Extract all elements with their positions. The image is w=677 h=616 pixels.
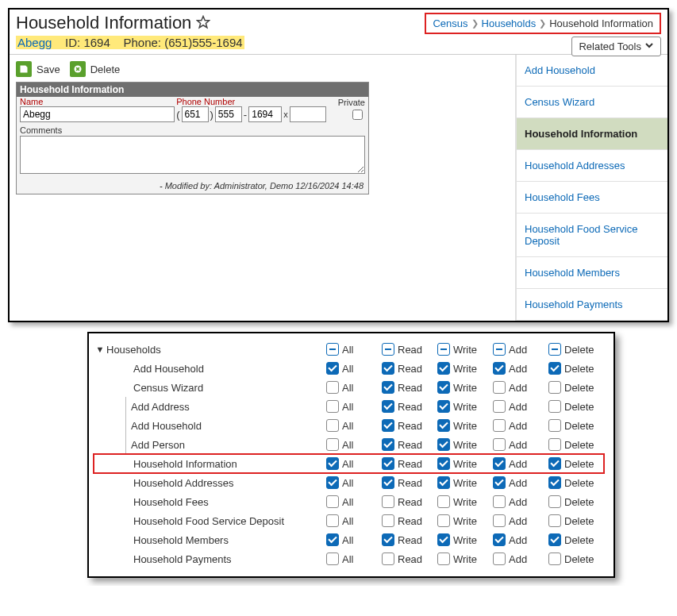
permission-checkbox[interactable] bbox=[548, 343, 561, 356]
permission-label: Households bbox=[106, 344, 161, 356]
permission-label: Add Person bbox=[131, 439, 185, 451]
permission-checkbox[interactable] bbox=[493, 438, 506, 451]
permission-checkbox[interactable] bbox=[493, 476, 506, 489]
household-info-panel: Household Information Census ❯ Household… bbox=[8, 8, 669, 322]
nav-item[interactable]: Add Household bbox=[517, 55, 667, 87]
permission-checkbox[interactable] bbox=[437, 400, 450, 413]
permission-checkbox[interactable] bbox=[382, 343, 394, 356]
permission-checkbox[interactable] bbox=[382, 476, 394, 489]
permission-checkbox[interactable] bbox=[326, 343, 339, 356]
phone-prefix-input[interactable] bbox=[215, 106, 242, 122]
favorite-star-icon[interactable] bbox=[196, 15, 210, 32]
permission-checkbox[interactable] bbox=[493, 343, 506, 356]
permission-checkbox[interactable] bbox=[326, 419, 339, 432]
permission-checkbox[interactable] bbox=[437, 457, 450, 470]
permission-cell: Delete bbox=[548, 419, 604, 432]
nav-item[interactable]: Household Information bbox=[517, 118, 667, 150]
permission-checkbox[interactable] bbox=[437, 495, 450, 508]
breadcrumb-link[interactable]: Census bbox=[433, 17, 467, 29]
permission-checkbox[interactable] bbox=[493, 495, 506, 508]
nav-item[interactable]: Household Addresses bbox=[517, 150, 667, 182]
permission-checkbox[interactable] bbox=[437, 533, 450, 546]
permission-checkbox[interactable] bbox=[548, 362, 561, 375]
permission-cell: Delete bbox=[548, 533, 604, 546]
permission-checkbox[interactable] bbox=[382, 533, 394, 546]
nav-item[interactable]: Household Payments bbox=[517, 289, 667, 321]
permission-checkbox[interactable] bbox=[437, 381, 450, 394]
permission-checkbox[interactable] bbox=[548, 457, 561, 470]
permission-row: Add HouseholdAllReadWriteAddDelete bbox=[94, 416, 604, 435]
permission-checkbox[interactable] bbox=[548, 438, 561, 451]
nav-item[interactable]: Household Fees bbox=[517, 182, 667, 214]
permission-cell: Write bbox=[437, 381, 493, 394]
permission-checkbox[interactable] bbox=[548, 476, 561, 489]
permission-checkbox[interactable] bbox=[326, 514, 339, 527]
permission-checkbox[interactable] bbox=[493, 533, 506, 546]
permission-cell: Add bbox=[493, 457, 548, 470]
permission-checkbox[interactable] bbox=[548, 552, 561, 565]
permission-checkbox[interactable] bbox=[493, 514, 506, 527]
permission-row: Household InformationAllReadWriteAddDele… bbox=[94, 454, 604, 473]
permission-checkbox[interactable] bbox=[548, 533, 561, 546]
permission-checkbox[interactable] bbox=[548, 419, 561, 432]
permission-checkbox[interactable] bbox=[548, 381, 561, 394]
permission-checkbox[interactable] bbox=[326, 495, 339, 508]
permission-label: Household Payments bbox=[133, 553, 232, 565]
permission-checkbox[interactable] bbox=[493, 419, 506, 432]
permission-checkbox[interactable] bbox=[382, 381, 394, 394]
permission-checkbox[interactable] bbox=[493, 400, 506, 413]
permission-checkbox[interactable] bbox=[326, 438, 339, 451]
permission-cell: Delete bbox=[548, 381, 604, 394]
breadcrumb-link[interactable]: Households bbox=[482, 17, 537, 29]
permission-checkbox[interactable] bbox=[493, 552, 506, 565]
permission-checkbox[interactable] bbox=[382, 457, 394, 470]
permission-checkbox[interactable] bbox=[326, 552, 339, 565]
permission-checkbox[interactable] bbox=[493, 362, 506, 375]
permission-cell: All bbox=[326, 457, 382, 470]
permission-checkbox[interactable] bbox=[382, 438, 394, 451]
related-tools-button[interactable]: Related Tools bbox=[571, 37, 661, 56]
permission-checkbox[interactable] bbox=[437, 514, 450, 527]
phone-area-input[interactable] bbox=[182, 106, 209, 122]
permission-checkbox[interactable] bbox=[382, 495, 394, 508]
permission-checkbox[interactable] bbox=[326, 400, 339, 413]
private-checkbox[interactable] bbox=[352, 110, 363, 120]
permission-checkbox[interactable] bbox=[382, 514, 394, 527]
permission-checkbox[interactable] bbox=[548, 495, 561, 508]
permission-checkbox[interactable] bbox=[326, 381, 339, 394]
permission-checkbox[interactable] bbox=[493, 457, 506, 470]
permission-checkbox[interactable] bbox=[437, 343, 450, 356]
permission-checkbox[interactable] bbox=[382, 419, 394, 432]
permission-cell: Delete bbox=[548, 438, 604, 451]
phone-line-input[interactable] bbox=[248, 106, 282, 122]
nav-item[interactable]: Household Members bbox=[517, 257, 667, 289]
permission-checkbox[interactable] bbox=[382, 400, 394, 413]
permission-checkbox[interactable] bbox=[437, 552, 450, 565]
side-nav: Add HouseholdCensus WizardHousehold Info… bbox=[515, 55, 667, 321]
permission-checkbox[interactable] bbox=[382, 552, 394, 565]
permission-checkbox[interactable] bbox=[326, 476, 339, 489]
permission-checkbox[interactable] bbox=[437, 476, 450, 489]
name-input[interactable] bbox=[20, 106, 175, 122]
permission-label: Add Address bbox=[131, 401, 190, 413]
permission-checkbox[interactable] bbox=[326, 457, 339, 470]
phone-ext-input[interactable] bbox=[290, 106, 326, 122]
nav-item[interactable]: Household Food Service Deposit bbox=[517, 214, 667, 257]
permission-checkbox[interactable] bbox=[326, 362, 339, 375]
permission-checkbox[interactable] bbox=[437, 438, 450, 451]
permissions-panel: ▼HouseholdsAllReadWriteAddDeleteAdd Hous… bbox=[87, 332, 615, 578]
permission-checkbox[interactable] bbox=[326, 533, 339, 546]
permission-checkbox[interactable] bbox=[437, 362, 450, 375]
permission-checkbox[interactable] bbox=[548, 514, 561, 527]
permission-checkbox[interactable] bbox=[548, 400, 561, 413]
permission-label: Household Members bbox=[133, 534, 229, 546]
delete-button[interactable]: Delete bbox=[70, 61, 121, 77]
permission-checkbox[interactable] bbox=[493, 381, 506, 394]
permission-checkbox[interactable] bbox=[437, 419, 450, 432]
save-button[interactable]: Save bbox=[16, 61, 60, 77]
nav-item[interactable]: Census Wizard bbox=[517, 87, 667, 118]
permission-cell: Add bbox=[493, 514, 548, 527]
permission-checkbox[interactable] bbox=[382, 362, 394, 375]
comments-textarea[interactable] bbox=[20, 136, 365, 174]
caret-down-icon[interactable]: ▼ bbox=[94, 345, 106, 354]
